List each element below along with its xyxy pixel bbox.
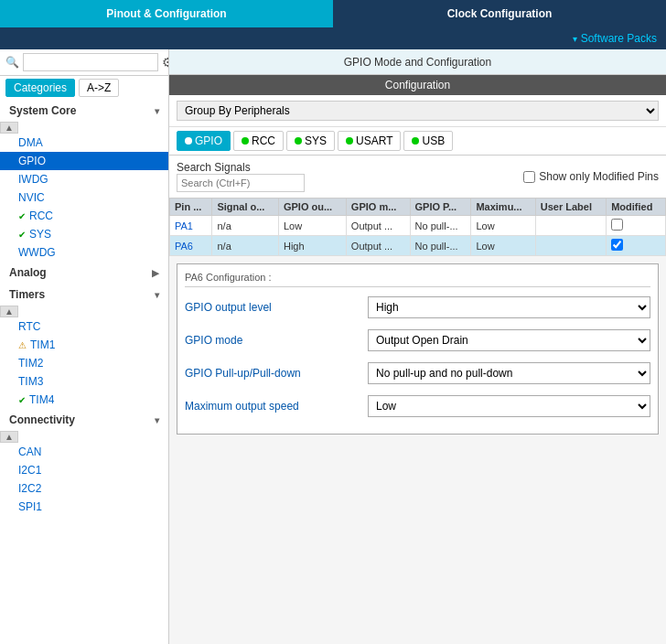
cell-label-pa1 [535, 216, 606, 236]
sidebar-item-dma[interactable]: DMA [0, 134, 168, 152]
sidebar-item-rtc[interactable]: RTC [0, 317, 168, 336]
cell-pull-pa6: No pull-... [410, 236, 471, 256]
cell-output-pa1: Low [278, 216, 346, 236]
col-user-label[interactable]: User Label [535, 199, 606, 216]
software-packs-link[interactable]: Software Packs [581, 32, 657, 45]
category-tabs: Categories A->Z [0, 76, 168, 100]
pinout-config-tab[interactable]: Pinout & Configuration [0, 0, 333, 27]
sidebar-item-nvic[interactable]: NVIC [0, 188, 168, 207]
pa6-config-panel: PA6 Configuration : GPIO output level Hi… [177, 263, 659, 435]
tab-dot-sys [295, 137, 302, 145]
group-by-select[interactable]: Group By Peripherals [177, 101, 659, 121]
gpio-table: Pin ... Signal o... GPIO ou... GPIO m...… [169, 198, 666, 256]
tab-dot-usb [412, 137, 419, 145]
sidebar-item-i2c2[interactable]: I2C2 [0, 479, 168, 498]
cell-output-pa6: High [278, 236, 346, 256]
cell-speed-pa6: Low [471, 236, 535, 256]
table-row[interactable]: PA1 n/a Low Output ... No pull-... Low [170, 216, 666, 236]
tab-usart[interactable]: USART [338, 131, 401, 151]
section-system-core-header[interactable]: System Core ▾ [0, 100, 168, 122]
col-signal[interactable]: Signal o... [212, 199, 278, 216]
modified-check-pa6[interactable] [611, 239, 623, 251]
sidebar-item-rcc[interactable]: ✔ RCC [0, 207, 168, 225]
sidebar-item-tim3[interactable]: TIM3 [0, 372, 168, 391]
signal-search-label: Search Signals [177, 161, 305, 174]
config-select-output-level[interactable]: High [368, 296, 650, 318]
cell-signal-pa6: n/a [212, 236, 278, 256]
sidebar-item-can[interactable]: CAN [0, 443, 168, 461]
sidebar-item-tim4[interactable]: ✔ TIM4 [0, 391, 168, 409]
show-modified-checkbox[interactable] [523, 171, 535, 183]
sidebar-item-sys[interactable]: ✔ SYS [0, 225, 168, 243]
tab-categories[interactable]: Categories [5, 79, 75, 97]
scroll-up-arrow-connectivity[interactable]: ▲ [0, 431, 18, 443]
config-label-output-level: GPIO output level [185, 301, 368, 314]
config-select-gpio-mode[interactable]: Output Open Drain [368, 329, 650, 351]
config-select-max-speed[interactable]: Low [368, 395, 650, 417]
tab-usb[interactable]: USB [403, 131, 453, 151]
tab-dot-rcc [242, 137, 249, 145]
gear-icon[interactable]: ⚙ [162, 55, 169, 70]
sidebar-item-spi1[interactable]: SPI1 [0, 498, 168, 516]
cell-speed-pa1: Low [471, 216, 535, 236]
section-timers-header[interactable]: Timers ▾ [0, 284, 168, 306]
sidebar-item-iwdg[interactable]: IWDG [0, 170, 168, 188]
gpio-mode-header: GPIO Mode and Configuration [169, 49, 666, 75]
scroll-up-arrow[interactable]: ▲ [0, 122, 18, 134]
col-gpio-mode[interactable]: GPIO m... [346, 199, 410, 216]
chevron-icon: ▾ [155, 290, 159, 300]
sidebar-item-gpio[interactable]: GPIO [0, 152, 168, 170]
show-modified-row: Show only Modified Pins [523, 170, 659, 183]
check-icon: ✔ [18, 230, 26, 240]
config-row-max-speed: Maximum output speed Low [185, 393, 650, 419]
search-icon: 🔍 [5, 56, 19, 69]
signal-search-input[interactable] [177, 174, 305, 192]
chevron-icon: ▾ [155, 415, 159, 425]
cell-modified-pa1 [607, 216, 666, 236]
col-max-speed[interactable]: Maximu... [471, 199, 535, 216]
section-connectivity: Connectivity ▾ ▲ CAN I2C1 I2C2 SPI1 [0, 409, 168, 516]
system-core-items: DMA GPIO IWDG NVIC ✔ RCC ✔ SYS [0, 134, 168, 262]
section-connectivity-header[interactable]: Connectivity ▾ [0, 409, 168, 431]
tab-gpio[interactable]: GPIO [177, 131, 231, 151]
section-timers: Timers ▾ ▲ RTC ⚠ TIM1 TIM2 TIM3 [0, 284, 168, 409]
config-section-label: Configuration [169, 75, 666, 95]
chevron-right-icon: ▶ [152, 268, 159, 278]
tab-dot-gpio [185, 137, 192, 145]
col-gpio-output[interactable]: GPIO ou... [278, 199, 346, 216]
sidebar-search-input[interactable] [23, 53, 158, 71]
clock-config-tab[interactable]: Clock Configuration [333, 0, 666, 27]
tab-rcc[interactable]: RCC [233, 131, 284, 151]
gpio-table-container: Pin ... Signal o... GPIO ou... GPIO m...… [169, 198, 666, 256]
search-bar: 🔍 ⚙ [0, 49, 168, 76]
col-gpio-pull[interactable]: GPIO P... [410, 199, 471, 216]
sidebar-item-tim2[interactable]: TIM2 [0, 354, 168, 372]
sidebar: 🔍 ⚙ Categories A->Z System Core ▾ ▲ DMA [0, 49, 169, 644]
config-row-pull-updown: GPIO Pull-up/Pull-down No pull-up and no… [185, 360, 650, 386]
sidebar-item-tim1[interactable]: ⚠ TIM1 [0, 336, 168, 354]
cell-modified-pa6 [607, 236, 666, 256]
modified-check-pa1[interactable] [611, 219, 623, 231]
config-select-pull-updown[interactable]: No pull-up and no pull-down [368, 362, 650, 384]
cell-pin-pa6: PA6 [170, 236, 212, 256]
config-label-max-speed: Maximum output speed [185, 400, 368, 413]
content-area: GPIO Mode and Configuration Configuratio… [169, 49, 666, 644]
scroll-up-arrow-timers[interactable]: ▲ [0, 306, 18, 317]
tab-atoz[interactable]: A->Z [79, 79, 119, 97]
section-analog-header[interactable]: Analog ▶ [0, 262, 168, 284]
config-label-gpio-mode: GPIO mode [185, 334, 368, 347]
table-row-selected[interactable]: PA6 n/a High Output ... No pull-... Low [170, 236, 666, 256]
group-by-row: Group By Peripherals [169, 95, 666, 127]
config-row-output-level: GPIO output level High [185, 295, 650, 320]
col-pin[interactable]: Pin ... [170, 199, 212, 216]
check-icon: ✔ [18, 395, 26, 405]
cell-label-pa6 [535, 236, 606, 256]
chevron-icon: ▾ [155, 106, 159, 116]
sidebar-item-i2c1[interactable]: I2C1 [0, 461, 168, 479]
col-modified[interactable]: Modified [607, 199, 666, 216]
tab-sys[interactable]: SYS [286, 131, 335, 151]
tab-dot-usart [346, 137, 353, 145]
chevron-down-icon: ▾ [573, 34, 577, 44]
signal-search-row: Search Signals Show only Modified Pins [169, 156, 666, 198]
sidebar-item-wwdg[interactable]: WWDG [0, 243, 168, 262]
